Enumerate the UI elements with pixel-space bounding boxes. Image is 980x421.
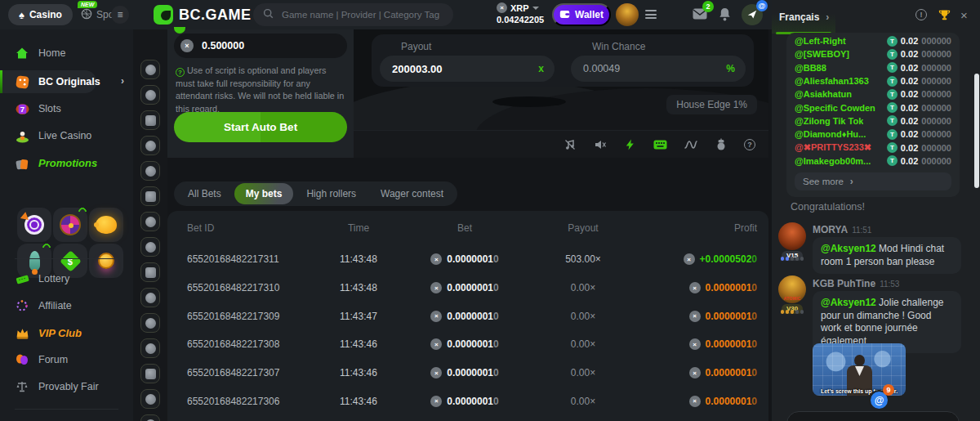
seed-icon[interactable] xyxy=(714,137,728,151)
game-shortcut-icon[interactable] xyxy=(140,186,160,206)
game-shortcut-icon[interactable] xyxy=(140,313,160,333)
table-row[interactable]: 65520168482217309 11:43:47 ×0.00000010 0… xyxy=(167,302,768,330)
payout-field[interactable]: x xyxy=(380,56,555,82)
xrp-coin-icon: × xyxy=(684,253,695,265)
game-shortcut-icon[interactable] xyxy=(140,110,160,130)
turbo-bolt-icon[interactable] xyxy=(623,137,637,151)
promo-target-tile[interactable] xyxy=(17,208,51,242)
percent-icon: % xyxy=(726,63,735,74)
sound-muted-icon[interactable] xyxy=(593,137,607,151)
notifications-bell-icon[interactable] xyxy=(719,7,731,25)
winner-row[interactable]: @✖PRITTYS233✖T0.02000000 xyxy=(786,141,960,154)
chevron-right-icon: › xyxy=(826,11,829,23)
usdt-coin-icon: T xyxy=(887,49,898,60)
game-shortcut-icon[interactable] xyxy=(140,212,160,231)
menu-toggle-button[interactable]: ≡ xyxy=(111,6,129,24)
winner-row[interactable]: @Zilong Tik TokT0.02000000 xyxy=(786,114,960,128)
win-chance-input[interactable] xyxy=(581,62,726,75)
balance-selector[interactable]: × XRP 0.04242205 xyxy=(497,2,554,25)
game-shortcut-icon[interactable] xyxy=(140,161,160,181)
winner-row[interactable]: @[SWEBOY]T0.02000000 xyxy=(786,47,960,60)
start-auto-bet-button[interactable]: Start Auto Bet xyxy=(174,112,347,142)
casino-toggle[interactable]: ♠ Casino xyxy=(8,4,73,25)
close-chat-icon[interactable]: × xyxy=(958,9,970,21)
game-shortcut-icon[interactable] xyxy=(140,389,160,409)
table-row[interactable]: 65520168482217307 11:43:46 ×0.00000010 0… xyxy=(167,359,768,387)
mention-link[interactable]: @Aksyen12 xyxy=(821,243,876,254)
winner-name: @Specific Cowden xyxy=(795,103,875,113)
tab-my-bets[interactable]: My bets xyxy=(234,183,294,204)
winner-row[interactable]: @BB88T0.02000000 xyxy=(786,61,960,74)
bet-amount: 0.0000001 xyxy=(447,311,493,322)
table-row[interactable]: 65520168482217310 11:43:48 ×0.00000010 0… xyxy=(167,274,768,302)
game-shortcut-icon[interactable] xyxy=(140,85,160,105)
chat-message-input[interactable] xyxy=(786,411,960,421)
tab-all-bets[interactable]: All Bets xyxy=(176,183,233,204)
level-dots xyxy=(775,257,809,261)
bet-id: 65520168482217309 xyxy=(187,311,310,322)
sidebar-item-forum[interactable]: Forum xyxy=(0,347,133,372)
bet-amount-input[interactable] xyxy=(200,39,341,52)
table-row[interactable]: 65520168482217308 11:43:46 ×0.00000010 0… xyxy=(167,330,768,359)
winner-row[interactable]: @AsiakhatunT0.02000000 xyxy=(786,87,960,101)
game-shortcut-icon[interactable] xyxy=(140,414,160,421)
game-shortcut-icon[interactable] xyxy=(140,262,160,282)
search-input[interactable] xyxy=(280,9,443,20)
user-avatar[interactable] xyxy=(616,3,639,26)
music-muted-icon[interactable] xyxy=(563,137,577,151)
trophy-icon[interactable] xyxy=(938,9,951,21)
multiplier-icon: x xyxy=(538,63,544,74)
winner-row[interactable]: @Diamond♦Hu...T0.02000000 xyxy=(786,128,960,141)
winner-row[interactable]: @Imakegob00m...T0.02000000 xyxy=(786,155,960,168)
bet-amount-field[interactable]: × xyxy=(174,34,347,58)
chat-username[interactable]: MORYA11:51 xyxy=(813,224,871,235)
table-row[interactable]: 65520168482217311 11:43:48 ×0.00000010 5… xyxy=(167,245,768,274)
win-chance-field[interactable]: % xyxy=(571,56,746,82)
mention-link[interactable]: @Aksyen12 xyxy=(821,297,876,308)
trends-icon[interactable] xyxy=(684,137,697,151)
sidebar-item-provably-fair[interactable]: Provably Fair xyxy=(0,374,133,399)
game-shortcut-icon[interactable] xyxy=(140,136,160,155)
promo-piggy-tile[interactable] xyxy=(89,208,123,242)
payout-input[interactable] xyxy=(390,62,538,76)
promo-wheel-tile[interactable] xyxy=(53,208,87,242)
game-shortcut-icon[interactable] xyxy=(140,338,160,358)
bet-time: 11:43:48 xyxy=(310,282,408,293)
winner-row[interactable]: @Left-RightT0.02000000 xyxy=(786,34,960,47)
account-menu-icon[interactable] xyxy=(645,10,657,19)
sidebar-item-label: VIP Club xyxy=(38,327,82,339)
chat-rules-icon[interactable]: ! xyxy=(915,9,927,20)
tab-wager-contest[interactable]: Wager contest xyxy=(369,183,455,204)
help-icon[interactable]: ? xyxy=(744,139,755,150)
see-more-button[interactable]: See more › xyxy=(795,172,951,190)
sidebar-item-lottery[interactable]: Lottery xyxy=(0,266,133,291)
game-shortcut-icon[interactable] xyxy=(140,364,160,383)
game-shortcut-icon[interactable] xyxy=(140,237,160,257)
chat-scrollbar-thumb[interactable] xyxy=(974,74,979,188)
winner-row[interactable]: @Aliesfahan1363T0.02000000 xyxy=(786,74,960,87)
col-payout: Payout xyxy=(522,222,644,234)
tab-high-rollers[interactable]: High rollers xyxy=(295,183,368,204)
chat-message-bubble: @Aksyen12 Mod Hindi chat room 1 person b… xyxy=(813,237,961,274)
table-row[interactable]: 65520168482217306 11:43:46 ×0.00000010 0… xyxy=(167,387,768,415)
sidebar-item-slots[interactable]: 7 Slots xyxy=(0,96,133,121)
dealer-icon xyxy=(15,128,29,143)
sidebar-item-bc-originals[interactable]: BC Originals xyxy=(0,69,133,94)
logo-text: BC.GAME xyxy=(179,7,252,24)
game-search[interactable] xyxy=(253,3,453,26)
sidebar-item-live-casino[interactable]: Live Casino xyxy=(0,123,133,148)
game-shortcut-icon[interactable] xyxy=(140,288,160,307)
wallet-button[interactable]: Wallet xyxy=(552,3,611,26)
hotkeys-keyboard-icon[interactable] xyxy=(653,137,667,151)
sidebar-item-affiliate[interactable]: Affiliate xyxy=(0,293,133,318)
brand-logo[interactable]: BC.GAME xyxy=(154,5,252,25)
sidebar-item-home[interactable]: Home xyxy=(0,41,133,65)
winner-row[interactable]: @Specific CowdenT0.02000000 xyxy=(786,101,960,114)
chat-language-tab[interactable]: Français › xyxy=(772,0,835,34)
chat-panel: Français › ! × @Left-RightT0.02000000 @[… xyxy=(772,0,980,421)
game-shortcut-icon[interactable] xyxy=(140,60,160,79)
sidebar-item-vip-club[interactable]: VIP Club xyxy=(0,320,133,345)
question-icon: ? xyxy=(176,68,185,77)
chat-username[interactable]: KGB PuhTine11:53 xyxy=(813,278,899,289)
sidebar-item-promotions[interactable]: Promotions xyxy=(0,150,133,175)
